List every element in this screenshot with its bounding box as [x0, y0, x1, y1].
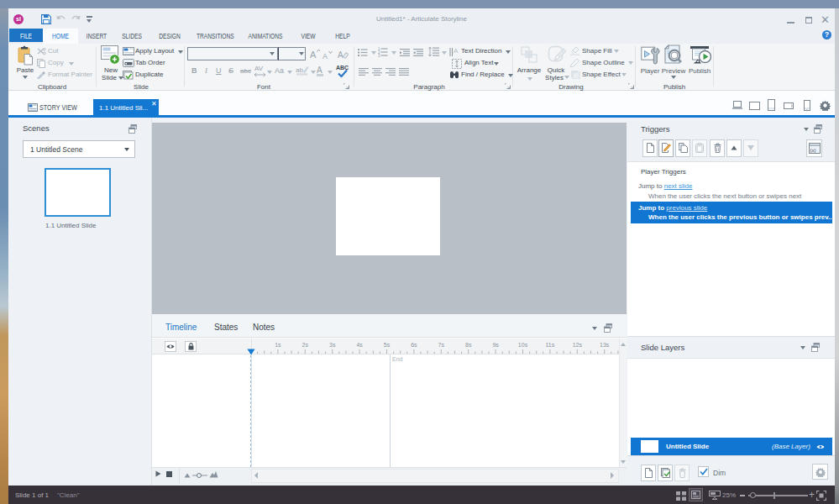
svg-text:3s: 3s — [329, 342, 336, 348]
svg-text:A: A — [310, 50, 317, 59]
svg-text:A: A — [338, 50, 343, 60]
svg-text:8s: 8s — [465, 342, 472, 348]
svg-text:13s: 13s — [600, 342, 610, 348]
svg-text:1s: 1s — [275, 342, 281, 348]
svg-text:4s: 4s — [356, 342, 363, 348]
svg-text:11s: 11s — [546, 342, 555, 348]
svg-text:10s: 10s — [518, 342, 528, 348]
svg-text:6s: 6s — [411, 342, 417, 348]
svg-text:A: A — [454, 47, 459, 55]
svg-text:2s: 2s — [302, 342, 309, 348]
svg-text:A: A — [322, 52, 328, 60]
svg-text:12s: 12s — [573, 342, 583, 348]
svg-text:5s: 5s — [384, 342, 391, 348]
svg-text:3: 3 — [378, 54, 380, 57]
svg-text:9s: 9s — [492, 342, 499, 348]
svg-text:ab: ab — [296, 66, 303, 74]
svg-text:(x): (x) — [810, 148, 816, 153]
svg-text:7s: 7s — [438, 342, 445, 348]
